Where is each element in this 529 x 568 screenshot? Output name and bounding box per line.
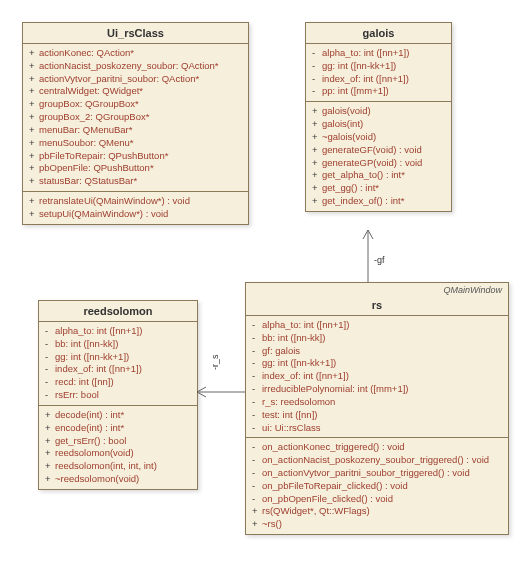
member: +decode(int) : int* (45, 409, 191, 422)
attributes-section: -alpha_to: int ([nn+1])-gg: int ([nn-kk+… (306, 44, 451, 102)
attributes-section: -alpha_to: int ([nn+1])-bb: int ([nn-kk]… (246, 316, 508, 438)
class-stereotype: QMainWindow (246, 283, 508, 295)
class-rs: QMainWindow rs -alpha_to: int ([nn+1])-b… (245, 282, 509, 535)
member: +groupBox: QGroupBox* (29, 98, 242, 111)
operations-section: +decode(int) : int*+encode(int) : int*+g… (39, 406, 197, 489)
class-title: reedsolomon (39, 301, 197, 322)
member: -on_actionNacist_poskozeny_soubor_trigge… (252, 454, 502, 467)
member: -on_actionKonec_triggered() : void (252, 441, 502, 454)
member: +actionNacist_poskozeny_soubor: QAction* (29, 60, 242, 73)
member: -on_pbOpenFile_clicked() : void (252, 493, 502, 506)
member: -ui: Ui::rsClass (252, 422, 502, 435)
class-title: Ui_rsClass (23, 23, 248, 44)
member: +~galois(void) (312, 131, 445, 144)
member: -gg: int ([nn-kk+1]) (312, 60, 445, 73)
operations-section: +retranslateUi(QMainWindow*) : void+setu… (23, 192, 248, 224)
member: -index_of: int ([nn+1]) (312, 73, 445, 86)
member: -test: int ([nn]) (252, 409, 502, 422)
member: +rs(QWidget*, Qt::WFlags) (252, 505, 502, 518)
member: +reedsolomon(void) (45, 447, 191, 460)
member: -on_actionVytvor_paritni_soubor_triggere… (252, 467, 502, 480)
operations-section: -on_actionKonec_triggered() : void-on_ac… (246, 438, 508, 534)
class-galois: galois -alpha_to: int ([nn+1])-gg: int (… (305, 22, 452, 212)
member: -pp: int ([mm+1]) (312, 85, 445, 98)
member: +galois(int) (312, 118, 445, 131)
member: -rsErr: bool (45, 389, 191, 402)
member: -alpha_to: int ([nn+1]) (312, 47, 445, 60)
assoc-label-gf: -gf (374, 255, 385, 265)
member: +encode(int) : int* (45, 422, 191, 435)
member: +get_gg() : int* (312, 182, 445, 195)
member: +galois(void) (312, 105, 445, 118)
member: -recd: int ([nn]) (45, 376, 191, 389)
member: -bb: int ([nn-kk]) (252, 332, 502, 345)
member: +get_index_of() : int* (312, 195, 445, 208)
attributes-section: -alpha_to: int ([nn+1])-bb: int ([nn-kk]… (39, 322, 197, 406)
member: -index_of: int ([nn+1]) (45, 363, 191, 376)
member: -alpha_to: int ([nn+1]) (45, 325, 191, 338)
member: +actionVytvor_paritni_soubor: QAction* (29, 73, 242, 86)
member: +centralWidget: QWidget* (29, 85, 242, 98)
member: +generateGF(void) : void (312, 144, 445, 157)
class-title: galois (306, 23, 451, 44)
member: +get_alpha_to() : int* (312, 169, 445, 182)
member: +menuSoubor: QMenu* (29, 137, 242, 150)
member: +pbFileToRepair: QPushButton* (29, 150, 242, 163)
operations-section: +galois(void)+galois(int)+~galois(void)+… (306, 102, 451, 211)
assoc-label-r-s: -r_s (210, 355, 220, 371)
member: +menuBar: QMenuBar* (29, 124, 242, 137)
member: -bb: int ([nn-kk]) (45, 338, 191, 351)
member: +generateGP(void) : void (312, 157, 445, 170)
member: -irreduciblePolynomial: int ([mm+1]) (252, 383, 502, 396)
member: -index_of: int ([nn+1]) (252, 370, 502, 383)
class-ui-rsclass: Ui_rsClass +actionKonec: QAction*+action… (22, 22, 249, 225)
class-reedsolomon: reedsolomon -alpha_to: int ([nn+1])-bb: … (38, 300, 198, 490)
member: -gg: int ([nn-kk+1]) (45, 351, 191, 364)
member: +pbOpenFile: QPushButton* (29, 162, 242, 175)
member: +retranslateUi(QMainWindow*) : void (29, 195, 242, 208)
member: +groupBox_2: QGroupBox* (29, 111, 242, 124)
member: -alpha_to: int ([nn+1]) (252, 319, 502, 332)
member: +statusBar: QStatusBar* (29, 175, 242, 188)
class-title: rs (246, 295, 508, 316)
member: +setupUi(QMainWindow*) : void (29, 208, 242, 221)
member: +~reedsolomon(void) (45, 473, 191, 486)
attributes-section: +actionKonec: QAction*+actionNacist_posk… (23, 44, 248, 192)
member: -r_s: reedsolomon (252, 396, 502, 409)
member: +get_rsErr() : bool (45, 435, 191, 448)
member: +actionKonec: QAction* (29, 47, 242, 60)
member: +reedsolomon(int, int, int) (45, 460, 191, 473)
member: -on_pbFileToRepair_clicked() : void (252, 480, 502, 493)
member: -gg: int ([nn-kk+1]) (252, 357, 502, 370)
member: -gf: galois (252, 345, 502, 358)
member: +~rs() (252, 518, 502, 531)
